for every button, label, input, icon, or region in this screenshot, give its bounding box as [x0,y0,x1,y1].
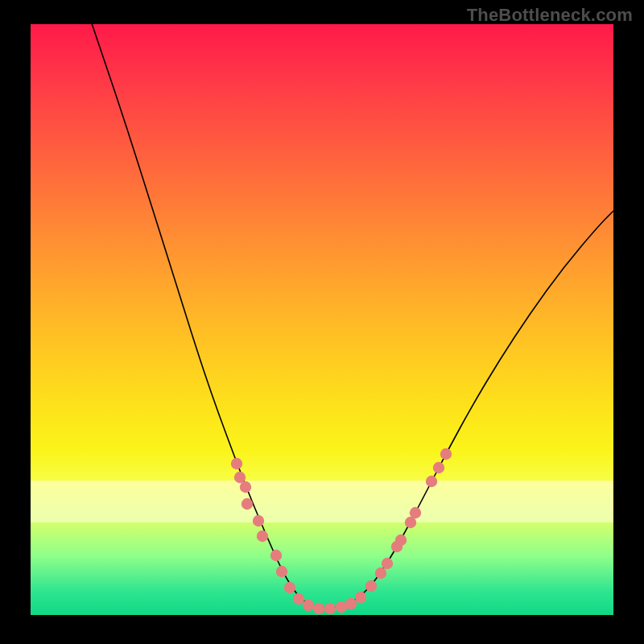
sample-dot [257,530,268,542]
sample-dot [395,535,407,546]
sample-dot [303,600,314,611]
sample-dot [231,458,242,469]
sample-dot [433,462,444,473]
sample-dot [284,582,295,593]
sample-dot [313,603,324,614]
sample-dot [240,481,251,493]
sample-dot [324,603,336,614]
sample-dot [293,593,304,605]
sample-dot [426,476,437,487]
sample-dot [365,580,377,592]
sample-dot [440,448,452,460]
sample-dot [375,568,386,579]
sample-dot [270,550,282,561]
curve-svg [31,24,613,615]
bottleneck-curve [84,0,613,609]
plot-area [31,24,613,615]
sample-dot [253,515,264,526]
sample-dot [234,472,246,483]
chart-frame: TheBottleneck.com [0,0,644,644]
sample-dot [276,566,287,577]
sample-dot [242,498,253,510]
sample-dot [345,598,357,609]
sample-dot [410,507,421,518]
sample-dot [355,592,366,603]
sample-dots [231,448,452,614]
sample-dot [382,558,393,569]
watermark-text: TheBottleneck.com [467,5,633,26]
